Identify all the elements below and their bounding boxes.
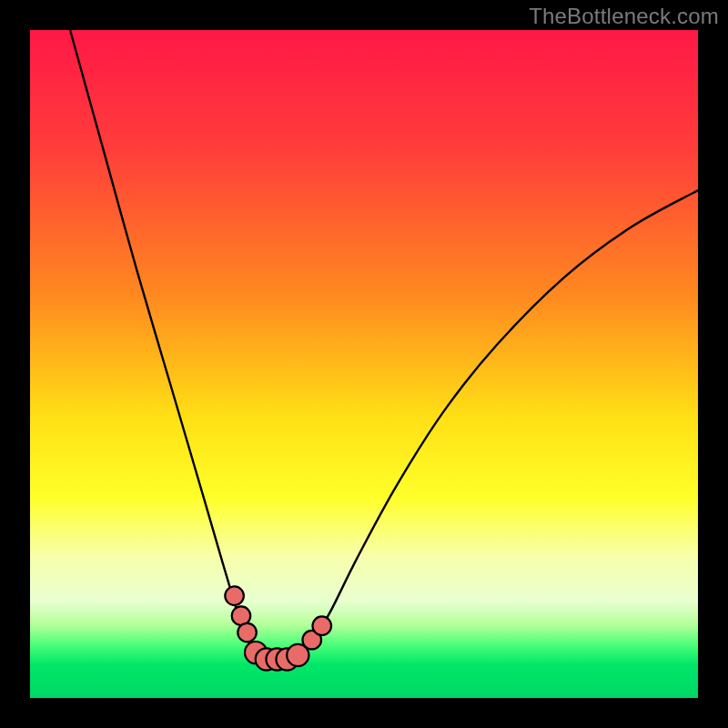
curve-marker (225, 586, 244, 605)
curve-marker (238, 623, 257, 642)
plot-area (30, 30, 698, 698)
figure-root: TheBottleneck.com (0, 0, 728, 728)
bottleneck-chart (30, 30, 698, 698)
curve-marker (312, 616, 331, 635)
chart-background (30, 30, 698, 698)
watermark-text: TheBottleneck.com (529, 4, 719, 29)
